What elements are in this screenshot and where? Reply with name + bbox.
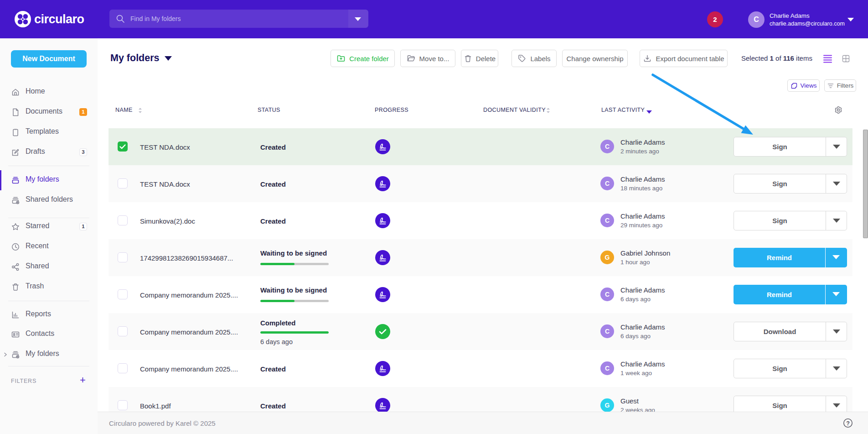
svg-text:?: ? bbox=[846, 420, 850, 427]
